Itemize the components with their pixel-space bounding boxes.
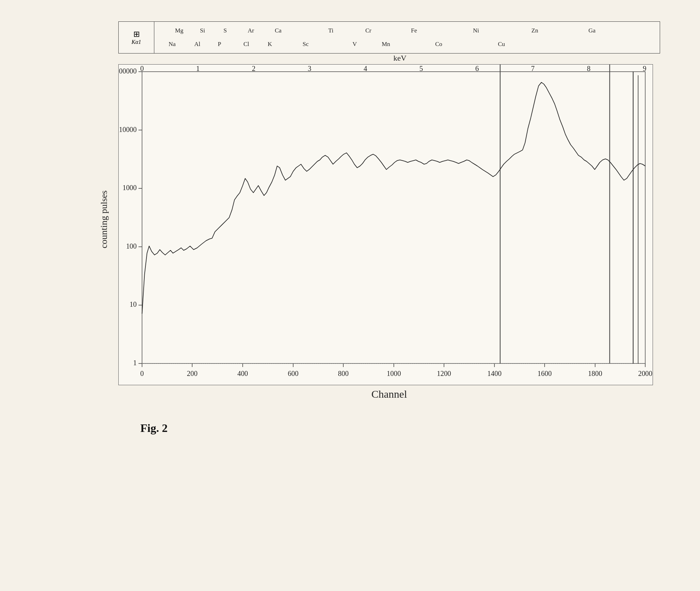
- chart-area: keV 1 10: [118, 54, 660, 385]
- svg-text:6: 6: [475, 65, 479, 72]
- page: ⊞ Kα1 Mg Si S Ar Ca Ti Cr: [0, 0, 700, 591]
- svg-text:10: 10: [130, 300, 137, 308]
- svg-text:100000: 100000: [118, 67, 137, 75]
- svg-text:5: 5: [420, 65, 423, 72]
- svg-text:2: 2: [252, 65, 256, 72]
- el-Al: Al: [194, 41, 200, 48]
- svg-text:7: 7: [531, 65, 535, 72]
- el-Sc: Sc: [303, 41, 309, 48]
- x-axis-label: Channel: [118, 388, 660, 400]
- svg-text:2000: 2000: [638, 370, 652, 377]
- svg-text:600: 600: [288, 370, 299, 377]
- element-labels-area: Mg Si S Ar Ca Ti Cr Fe Ni Zn Ga Na: [154, 22, 660, 53]
- el-Mg: Mg: [175, 27, 184, 34]
- el-K: K: [268, 41, 272, 48]
- el-Ca: Ca: [275, 27, 282, 34]
- svg-text:4: 4: [364, 65, 367, 72]
- y-axis-label: counting pulses: [99, 184, 109, 255]
- el-P: P: [218, 41, 221, 48]
- el-Ar: Ar: [248, 27, 254, 34]
- el-Fe: Fe: [411, 27, 417, 34]
- kev-label: keV: [140, 54, 660, 63]
- svg-text:8: 8: [587, 65, 591, 72]
- svg-text:9: 9: [643, 65, 646, 72]
- svg-text:1600: 1600: [537, 370, 552, 377]
- icon-symbol: ⊞: [133, 30, 140, 39]
- el-Mn: Mn: [382, 41, 390, 48]
- el-Si: Si: [200, 27, 205, 34]
- svg-text:0: 0: [140, 370, 144, 377]
- svg-text:100: 100: [126, 242, 137, 250]
- svg-text:3: 3: [308, 65, 311, 72]
- svg-text:1: 1: [196, 65, 200, 72]
- chart-svg: 1 10 100 1000 10000 100000: [118, 64, 653, 385]
- svg-text:1: 1: [133, 359, 137, 367]
- chart-container: ⊞ Kα1 Mg Si S Ar Ca Ti Cr: [90, 21, 660, 400]
- kalpha-label: Kα1: [132, 39, 141, 45]
- svg-text:1400: 1400: [487, 370, 501, 377]
- element-row-top: Mg Si S Ar Ca Ti Cr Fe Ni Zn Ga: [154, 24, 660, 37]
- svg-text:400: 400: [237, 370, 248, 377]
- el-S: S: [223, 27, 227, 34]
- figure-label: Fig. 2: [140, 422, 168, 435]
- el-Ga-top: Ga: [588, 27, 596, 34]
- spectrum-curve: [142, 82, 645, 314]
- y-axis-container: counting pulses: [90, 54, 118, 385]
- svg-text:10000: 10000: [119, 126, 137, 133]
- header-icon: ⊞ Kα1: [119, 22, 154, 53]
- svg-text:1200: 1200: [437, 370, 451, 377]
- svg-text:1800: 1800: [588, 370, 602, 377]
- element-header: ⊞ Kα1 Mg Si S Ar Ca Ti Cr: [118, 21, 660, 54]
- el-Cr: Cr: [365, 27, 371, 34]
- el-Ni: Ni: [473, 27, 479, 34]
- svg-text:1000: 1000: [123, 184, 137, 192]
- el-Zn: Zn: [531, 27, 538, 34]
- svg-text:0: 0: [140, 65, 144, 72]
- el-Co: Co: [435, 41, 442, 48]
- element-row-bottom: Na Al P Cl K Sc V Mn Co Cu: [154, 37, 660, 51]
- el-V: V: [352, 41, 357, 48]
- svg-text:1000: 1000: [387, 370, 401, 377]
- svg-text:800: 800: [338, 370, 349, 377]
- el-Na: Na: [169, 41, 176, 48]
- svg-rect-46: [142, 72, 645, 363]
- el-Cl: Cl: [243, 41, 249, 48]
- svg-text:200: 200: [187, 370, 197, 377]
- el-Cu: Cu: [498, 41, 505, 48]
- el-Ti: Ti: [328, 27, 334, 34]
